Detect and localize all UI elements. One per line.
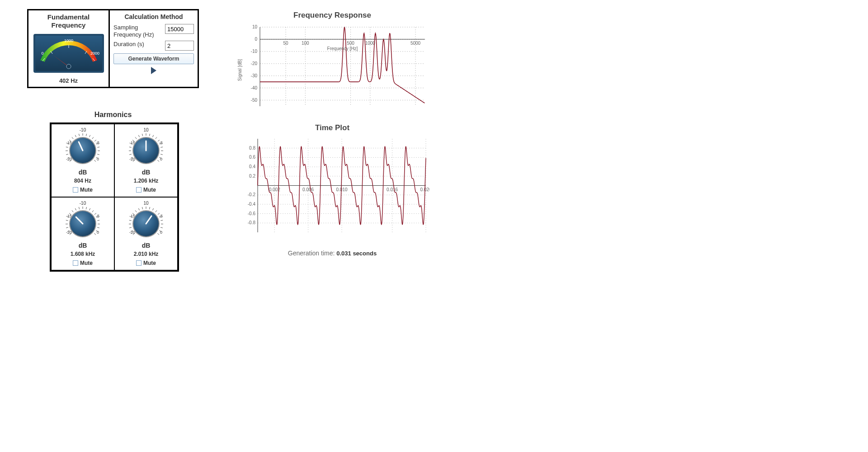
svg-text:0: 0 [97, 230, 99, 235]
svg-text:0.4: 0.4 [249, 164, 255, 169]
svg-text:-10: -10 [80, 201, 86, 206]
svg-text:-5: -5 [159, 214, 163, 218]
svg-text:2000: 2000 [90, 51, 99, 56]
harmonic-freq-3: 1.608 kHz [53, 251, 112, 257]
harmonics-title: Harmonics [50, 111, 176, 119]
mute-checkbox-4[interactable] [136, 260, 142, 266]
harmonic-cell-1: -10 -15 -5 -20 0 dB 804 Hz Mute [51, 124, 114, 197]
svg-line-53 [135, 137, 137, 139]
svg-line-120 [160, 220, 163, 221]
db-label: dB [117, 242, 175, 249]
svg-line-54 [138, 135, 139, 137]
harmonic-cell-3: -10 -15 -5 -20 0 dB 1.608 kHz Mute [51, 197, 114, 270]
svg-text:-0.8: -0.8 [248, 220, 256, 225]
generation-time-label: Generation time: [288, 250, 335, 257]
svg-line-82 [72, 210, 73, 212]
svg-text:50: 50 [283, 41, 289, 46]
svg-line-113 [142, 207, 142, 209]
svg-line-26 [79, 134, 79, 136]
svg-line-86 [86, 207, 86, 209]
calculation-box: Calculation Method Sampling Frequency (H… [110, 10, 198, 87]
svg-line-116 [152, 208, 153, 210]
svg-line-87 [89, 208, 90, 210]
sampling-input[interactable] [165, 24, 194, 34]
svg-text:5000: 5000 [410, 41, 421, 46]
harmonic-cell-4: 10 -15 -5 -20 0 dB 2.010 kHz Mute [114, 197, 178, 270]
svg-text:0.010: 0.010 [336, 187, 347, 192]
svg-line-55 [142, 134, 142, 136]
duration-input[interactable] [165, 41, 194, 51]
svg-text:-10: -10 [80, 127, 86, 132]
svg-text:Frequency [Hz]: Frequency [Hz] [327, 46, 358, 51]
svg-text:0.006: 0.006 [302, 187, 314, 192]
harmonic-freq-2: 1.206 kHz [117, 178, 175, 184]
svg-text:0: 0 [160, 157, 162, 161]
frequency-gauge[interactable]: 0 1000 2000 [33, 33, 105, 74]
play-icon[interactable] [151, 67, 156, 74]
svg-text:-20: -20 [251, 61, 258, 66]
svg-text:0: 0 [97, 157, 99, 161]
frequency-response-section: Frequency Response -50-40-30-20-10010501… [235, 11, 429, 119]
svg-line-112 [138, 208, 139, 210]
svg-text:0: 0 [160, 230, 162, 235]
svg-line-106 [129, 227, 132, 228]
svg-line-117 [156, 210, 157, 212]
svg-text:0.016: 0.016 [387, 187, 398, 192]
svg-text:0: 0 [41, 51, 43, 56]
mute-label: Mute [143, 187, 156, 193]
svg-line-25 [75, 135, 76, 137]
svg-line-57 [149, 134, 150, 136]
mute-checkbox-3[interactable] [73, 260, 78, 266]
sampling-label: Sampling Frequency (Hz) [113, 24, 162, 38]
harmonic-knob-1[interactable]: -10 -15 -5 -20 0 [62, 127, 103, 168]
svg-text:-0.6: -0.6 [248, 211, 256, 216]
svg-text:0: 0 [255, 37, 257, 42]
harmonic-knob-3[interactable]: -10 -15 -5 -20 0 [62, 200, 103, 241]
svg-line-29 [89, 135, 90, 137]
svg-line-122 [160, 227, 163, 228]
harmonic-freq-1: 804 Hz [53, 178, 112, 184]
generate-waveform-button[interactable]: Generate Waveform [113, 53, 194, 64]
db-label: dB [117, 169, 175, 176]
svg-line-79 [66, 220, 68, 221]
svg-text:500: 500 [347, 41, 354, 46]
db-label: dB [53, 169, 112, 176]
svg-line-58 [152, 135, 153, 137]
svg-line-48 [129, 154, 132, 155]
svg-line-111 [135, 210, 137, 212]
svg-line-59 [156, 137, 157, 139]
svg-line-91 [97, 220, 99, 221]
harmonic-freq-4: 2.010 kHz [117, 251, 175, 257]
mute-label: Mute [80, 260, 93, 266]
svg-line-124 [157, 233, 159, 235]
svg-text:10: 10 [143, 201, 149, 206]
svg-line-66 [157, 160, 159, 161]
svg-line-84 [79, 207, 79, 209]
svg-text:-0.4: -0.4 [248, 202, 256, 207]
svg-line-115 [149, 207, 150, 209]
svg-line-93 [97, 227, 99, 228]
svg-line-33 [97, 147, 99, 147]
svg-line-62 [160, 147, 163, 147]
svg-line-24 [72, 137, 73, 139]
svg-line-108 [129, 220, 132, 221]
mute-checkbox-2[interactable] [136, 187, 142, 193]
svg-line-50 [129, 147, 132, 147]
svg-text:10: 10 [252, 24, 258, 29]
duration-label: Duration (s) [113, 41, 162, 48]
mute-checkbox-1[interactable] [73, 187, 78, 193]
svg-line-77 [66, 227, 68, 228]
fundamental-frequency-box: Fundamental Frequency [28, 10, 110, 87]
harmonic-cell-2: 10 -15 -5 -20 0 dB 1.206 kHz Mute [114, 124, 178, 197]
frequency-response-chart: -50-40-30-20-100105010050010005000Freque… [235, 23, 429, 118]
svg-text:-10: -10 [251, 49, 258, 54]
harmonic-knob-2[interactable]: 10 -15 -5 -20 0 [126, 127, 166, 168]
mute-label: Mute [143, 260, 156, 266]
svg-text:-5: -5 [159, 141, 163, 145]
mute-label: Mute [80, 187, 93, 193]
harmonic-knob-4[interactable]: 10 -15 -5 -20 0 [126, 200, 166, 241]
svg-text:-40: -40 [251, 85, 258, 90]
svg-text:0.2: 0.2 [249, 174, 255, 179]
svg-text:-0.2: -0.2 [248, 192, 256, 197]
svg-line-64 [160, 154, 163, 155]
